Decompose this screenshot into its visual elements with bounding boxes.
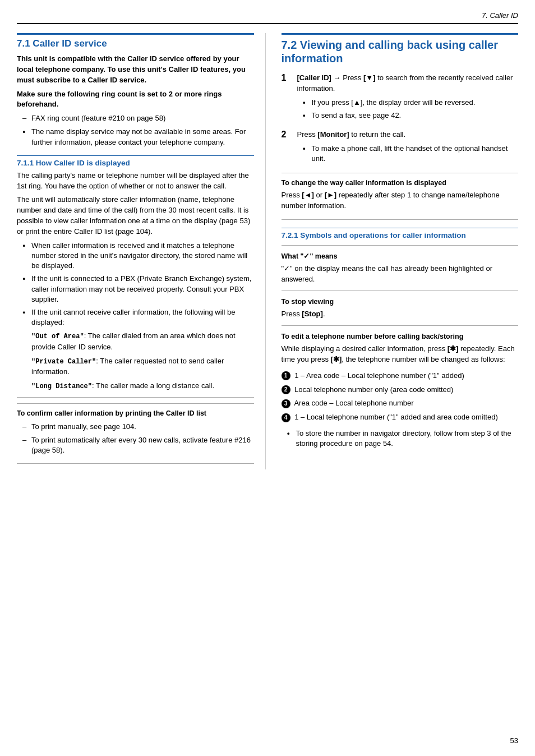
list-item: To print manually, see page 104. [22, 422, 254, 432]
circle-1: 1 [282, 371, 290, 380]
section-71-intro: This unit is compatible with the Caller … [17, 54, 254, 86]
page: 7. Caller ID 7.1 Caller ID service This … [0, 0, 535, 756]
step-1-bullets: If you press [▲], the display order will… [303, 98, 519, 121]
edit-bullet-list: To store the number in navigator directo… [287, 428, 519, 449]
step-2-bullets: To make a phone call, lift the handset o… [303, 144, 519, 164]
circle-2: 2 [282, 385, 290, 394]
monospace-item-2: "Private Caller": The caller requested n… [31, 356, 254, 377]
section-71-warning: Make sure the following ring count is se… [17, 89, 254, 110]
page-footer: 53 [510, 736, 518, 745]
divider-721 [282, 245, 519, 246]
list-item: If you press [▲], the display order will… [303, 98, 519, 108]
step-2-text: Press [Monitor] to return the call. [297, 130, 519, 140]
divider-edit [282, 325, 519, 326]
list-item: To print automatically after every 30 ne… [22, 435, 254, 455]
section-71-dash-list: FAX ring count (feature #210 on page 58) [22, 113, 254, 123]
stop-viewing-block: To stop viewing Press [Stop]. [282, 297, 519, 320]
what-means-subtitle: What "✓" means [282, 251, 519, 261]
step-1-number: 1 [282, 73, 292, 83]
section-711-para-1: The calling party's name or telephone nu… [17, 170, 254, 192]
numbered-item-4: 4 1 – Local telephone number ("1" added … [282, 412, 519, 423]
confirm-dash-list: To print manually, see page 104. To prin… [22, 422, 254, 455]
section-711-title: 7.1.1 How Caller ID is displayed [17, 155, 254, 167]
step-1: 1 [Caller ID] → Press [▼] to search from… [282, 73, 519, 124]
list-item: If the unit cannot receive caller inform… [22, 307, 254, 328]
step-2-content: Press [Monitor] to return the call. To m… [297, 130, 519, 167]
step-2-number: 2 [282, 130, 292, 140]
numbered-item-3: 3 Area code – Local telephone number [282, 398, 519, 409]
left-column: 7.1 Caller ID service This unit is compa… [17, 33, 266, 469]
section-71-bullet-list: The name display service may not be avai… [22, 127, 254, 147]
monospace-item-3: "Long Distance": The caller made a long … [31, 381, 254, 391]
section-71-title: 7.1 Caller ID service [17, 33, 254, 49]
section-711-para-2: The unit will automatically store caller… [17, 195, 254, 237]
edit-subtitle: To edit a telephone number before callin… [282, 331, 519, 342]
monospace-item-1: "Out of Area": The caller dialed from an… [31, 331, 254, 352]
divider [17, 397, 254, 398]
confirm-section: To confirm caller information by printin… [17, 403, 254, 464]
edit-block: To edit a telephone number before callin… [282, 331, 519, 449]
section-721-title: 7.2.1 Symbols and operations for caller … [282, 228, 519, 239]
note-title: To change the way caller information is … [282, 178, 519, 188]
step-1-content: [Caller ID] → Press [▼] to search from t… [297, 73, 519, 124]
page-header: 7. Caller ID [17, 11, 518, 24]
list-item: To make a phone call, lift the handset o… [303, 144, 519, 164]
confirm-title: To confirm caller information by printin… [17, 408, 254, 418]
what-means-text: "✓" on the display means the call has al… [282, 264, 519, 285]
section-711-bullet-list: When caller information is received and … [22, 241, 254, 328]
list-item: FAX ring count (feature #210 on page 58) [22, 113, 254, 123]
monospace-items: "Out of Area": The caller dialed from an… [31, 331, 254, 391]
what-means-block: What "✓" means "✓" on the display means … [282, 251, 519, 285]
list-item: If the unit is connected to a PBX (Priva… [22, 274, 254, 305]
page-number: 53 [510, 736, 518, 745]
right-column: 7.2 Viewing and calling back using calle… [279, 33, 519, 469]
numbered-item-1: 1 1 – Area code – Local telephone number… [282, 371, 519, 381]
note-text: Press [◄] or [►] repeatedly after step 1… [282, 190, 519, 211]
list-item: To send a fax, see page 42. [303, 110, 519, 121]
list-item: The name display service may not be avai… [22, 127, 254, 147]
circle-4: 4 [282, 413, 290, 422]
stop-viewing-subtitle: To stop viewing [282, 297, 519, 307]
step-1-text: [Caller ID] → Press [▼] to search from t… [297, 73, 519, 94]
note-block: To change the way caller information is … [282, 173, 519, 220]
edit-text: While displaying a desired caller inform… [282, 344, 519, 365]
numbered-items-list: 1 1 – Area code – Local telephone number… [282, 371, 519, 423]
stop-viewing-text: Press [Stop]. [282, 309, 519, 320]
two-column-layout: 7.1 Caller ID service This unit is compa… [17, 33, 518, 469]
divider-stop [282, 291, 519, 291]
header-text: 7. Caller ID [482, 11, 518, 20]
list-item: To store the number in navigator directo… [287, 428, 519, 449]
step-2: 2 Press [Monitor] to return the call. To… [282, 130, 519, 167]
numbered-item-2: 2 Local telephone number only (area code… [282, 385, 519, 395]
list-item: When caller information is received and … [22, 241, 254, 271]
circle-3: 3 [282, 399, 290, 408]
section-72-title: 7.2 Viewing and calling back using calle… [282, 33, 519, 65]
